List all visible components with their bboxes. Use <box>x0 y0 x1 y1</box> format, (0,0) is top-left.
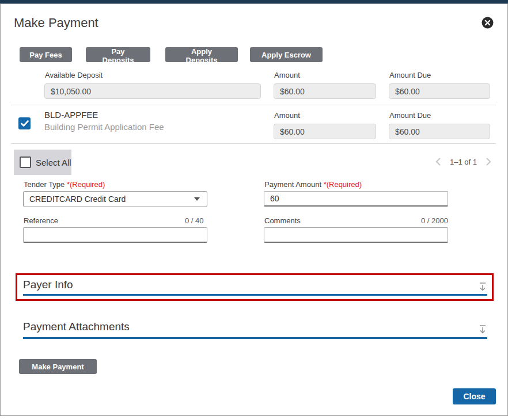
fee-amount-label: Amount <box>274 111 300 120</box>
fee-code-label: BLD-APPFEE <box>44 110 98 120</box>
reference-input[interactable] <box>23 227 207 243</box>
fee-amount-due-field <box>389 124 490 139</box>
page-title: Make Payment <box>14 16 98 30</box>
payment-amount-label-text: Payment Amount <box>264 180 321 189</box>
make-payment-modal: Make Payment Pay Fees Pay Deposits Apply… <box>0 3 508 416</box>
payer-info-expand-icon[interactable] <box>478 282 487 292</box>
deposit-amount-due-field <box>389 83 490 99</box>
tender-type-required-marker: *(Required) <box>67 180 105 189</box>
deposit-amount-field <box>274 83 376 99</box>
payment-attachments-rule <box>23 337 487 339</box>
row-divider <box>11 105 496 105</box>
make-payment-button[interactable]: Make Payment <box>19 359 97 374</box>
reference-label: Reference <box>24 216 58 225</box>
select-all-toggle[interactable]: Select All <box>14 150 71 175</box>
select-all-checkbox[interactable] <box>20 156 31 168</box>
tender-type-select[interactable]: CREDITCARD Credit Card <box>23 191 207 207</box>
pagination-prev-icon[interactable] <box>435 158 441 166</box>
payment-amount-input[interactable] <box>264 191 448 207</box>
pagination-range-label: 1–1 of 1 <box>450 158 477 166</box>
fee-description-label: Building Permit Application Fee <box>44 122 164 132</box>
pagination: 1–1 of 1 <box>435 156 491 167</box>
payment-attachments-expand-icon[interactable] <box>478 324 487 335</box>
pay-deposits-button[interactable]: Pay Deposits <box>86 47 150 62</box>
available-deposit-field <box>44 83 261 99</box>
tender-type-label: Tender Type *(Required) <box>24 180 105 189</box>
select-all-label: Select All <box>36 158 71 167</box>
payment-amount-required-marker: *(Required) <box>324 180 362 189</box>
apply-escrow-button[interactable]: Apply Escrow <box>250 47 323 62</box>
fee-row-checkbox[interactable] <box>18 117 31 129</box>
payment-amount-label: Payment Amount *(Required) <box>264 180 362 189</box>
tender-type-label-text: Tender Type <box>24 180 65 189</box>
payer-info-section-title: Payer Info <box>23 278 73 291</box>
comments-input[interactable] <box>264 227 448 243</box>
pay-fees-button[interactable]: Pay Fees <box>20 47 72 62</box>
deposit-amount-label: Amount <box>274 71 300 79</box>
checkmark-icon <box>21 120 29 127</box>
reference-counter: 0 / 40 <box>185 216 204 225</box>
deposit-amount-due-label: Amount Due <box>389 71 431 79</box>
payment-attachments-section-title: Payment Attachments <box>23 320 130 333</box>
row-divider <box>11 143 496 144</box>
available-deposit-label: Available Deposit <box>45 71 103 79</box>
fee-amount-field <box>274 124 376 139</box>
pagination-next-icon[interactable] <box>486 158 491 166</box>
highlight-box <box>16 273 494 301</box>
apply-deposits-button[interactable]: Apply Deposits <box>165 47 238 62</box>
fee-amount-due-label: Amount Due <box>389 111 431 120</box>
payer-info-rule <box>23 294 487 296</box>
close-button[interactable]: Close <box>453 388 496 404</box>
comments-label: Comments <box>264 216 301 225</box>
chevron-down-icon <box>194 197 200 201</box>
close-icon[interactable] <box>482 17 494 29</box>
comments-counter: 0 / 2000 <box>421 216 448 225</box>
tender-type-value: CREDITCARD Credit Card <box>29 194 126 204</box>
